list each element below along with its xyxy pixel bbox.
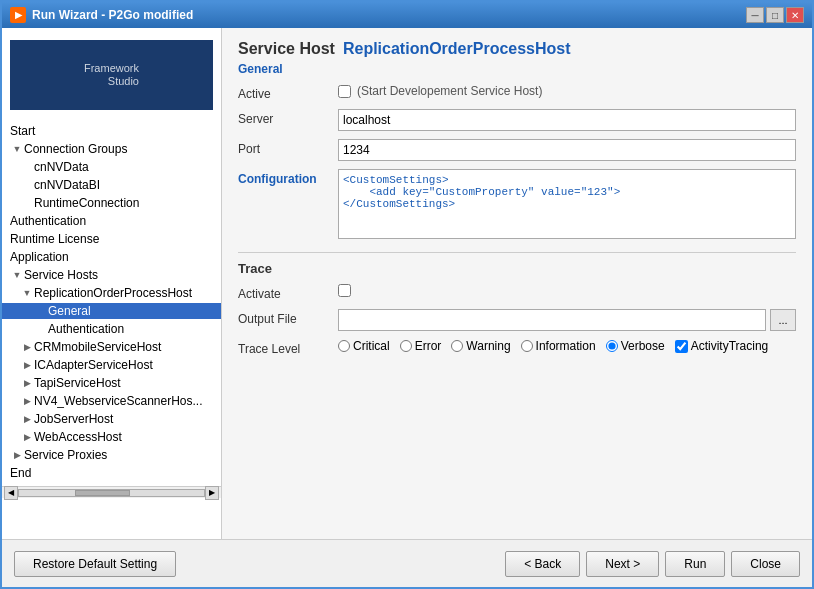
expander-service-hosts[interactable]: ▼ bbox=[10, 268, 24, 282]
expander-tapi[interactable]: ▶ bbox=[20, 376, 34, 390]
run-button[interactable]: Run bbox=[665, 551, 725, 577]
tree-item-application[interactable]: Application bbox=[2, 248, 221, 266]
activate-control bbox=[338, 284, 796, 300]
radio-verbose-input[interactable] bbox=[606, 340, 618, 352]
tree-row-service-proxies[interactable]: ▶ Service Proxies bbox=[2, 447, 221, 463]
close-button[interactable]: Close bbox=[731, 551, 800, 577]
tree-row-auth2[interactable]: Authentication bbox=[2, 321, 221, 337]
tree-label-start: Start bbox=[10, 124, 35, 138]
tree-row-runtime-license[interactable]: Runtime License bbox=[2, 231, 221, 247]
tree-item-jobserver[interactable]: ▶ JobServerHost bbox=[2, 410, 221, 428]
trace-divider bbox=[238, 252, 796, 253]
tree-row-icadapter[interactable]: ▶ ICAdapterServiceHost bbox=[2, 357, 221, 373]
active-control: (Start Developement Service Host) bbox=[338, 84, 796, 98]
tree-item-end[interactable]: End bbox=[2, 464, 221, 482]
radio-error-input[interactable] bbox=[400, 340, 412, 352]
tree-row-application[interactable]: Application bbox=[2, 249, 221, 265]
activity-tracing-checkbox[interactable] bbox=[675, 340, 688, 353]
app-icon: ▶ bbox=[10, 7, 26, 23]
tree-row-replication[interactable]: ▼ ReplicationOrderProcessHost bbox=[2, 285, 221, 301]
radio-warning-input[interactable] bbox=[451, 340, 463, 352]
scroll-track[interactable] bbox=[18, 489, 205, 497]
expander-icadapter[interactable]: ▶ bbox=[20, 358, 34, 372]
tree-row-jobserver[interactable]: ▶ JobServerHost bbox=[2, 411, 221, 427]
tree-row-webaccess[interactable]: ▶ WebAccessHost bbox=[2, 429, 221, 445]
expander-service-proxies[interactable]: ▶ bbox=[10, 448, 24, 462]
expander-connection-groups[interactable]: ▼ bbox=[10, 142, 24, 156]
active-checkbox[interactable] bbox=[338, 85, 351, 98]
server-control bbox=[338, 109, 796, 131]
tree-row-authentication[interactable]: Authentication bbox=[2, 213, 221, 229]
sidebar-scrollbar[interactable]: ◀ ▶ bbox=[2, 486, 221, 500]
tree-item-start[interactable]: Start bbox=[2, 122, 221, 140]
tree-row-general[interactable]: General bbox=[2, 303, 221, 319]
close-window-button[interactable]: ✕ bbox=[786, 7, 804, 23]
tree-row-connection-groups[interactable]: ▼ Connection Groups bbox=[2, 141, 221, 157]
active-label: Active bbox=[238, 84, 338, 101]
server-input[interactable] bbox=[338, 109, 796, 131]
tree-label-RuntimeConnection: RuntimeConnection bbox=[34, 196, 139, 210]
tree-row-cnNVDataBI[interactable]: cnNVDataBI bbox=[2, 177, 221, 193]
tree-item-webaccess[interactable]: ▶ WebAccessHost bbox=[2, 428, 221, 446]
tree-item-service-hosts[interactable]: ▼ Service Hosts bbox=[2, 266, 221, 284]
restore-default-button[interactable]: Restore Default Setting bbox=[14, 551, 176, 577]
server-row: Server bbox=[238, 109, 796, 131]
port-input[interactable] bbox=[338, 139, 796, 161]
radio-information-label: Information bbox=[536, 339, 596, 353]
scroll-right-arrow[interactable]: ▶ bbox=[205, 486, 219, 500]
output-file-control: ... bbox=[338, 309, 796, 331]
activate-checkbox[interactable] bbox=[338, 284, 351, 297]
maximize-button[interactable]: □ bbox=[766, 7, 784, 23]
logo-line1: Framework bbox=[84, 62, 139, 75]
tree-item-auth2[interactable]: Authentication bbox=[2, 320, 221, 338]
tree-item-icadapter[interactable]: ▶ ICAdapterServiceHost bbox=[2, 356, 221, 374]
scroll-left-arrow[interactable]: ◀ bbox=[4, 486, 18, 500]
main-content: Framework Studio Start ▼ bbox=[2, 28, 812, 539]
expander-nv4web[interactable]: ▶ bbox=[20, 394, 34, 408]
tree-row-end[interactable]: End bbox=[2, 465, 221, 481]
activate-row: Activate bbox=[238, 284, 796, 301]
server-label: Server bbox=[238, 109, 338, 126]
browse-button[interactable]: ... bbox=[770, 309, 796, 331]
tree-item-authentication[interactable]: Authentication bbox=[2, 212, 221, 230]
tree-row-crmobile[interactable]: ▶ CRMmobileServiceHost bbox=[2, 339, 221, 355]
section-general-label: General bbox=[238, 62, 796, 76]
expander-crmobile[interactable]: ▶ bbox=[20, 340, 34, 354]
tree-item-crmobile[interactable]: ▶ CRMmobileServiceHost bbox=[2, 338, 221, 356]
tree-row-start[interactable]: Start bbox=[2, 123, 221, 139]
tree-item-nv4web[interactable]: ▶ NV4_WebserviceScannerHos... bbox=[2, 392, 221, 410]
expander-replication[interactable]: ▼ bbox=[20, 286, 34, 300]
logo-text: Framework Studio bbox=[84, 62, 139, 88]
radio-information-input[interactable] bbox=[521, 340, 533, 352]
tree-item-general[interactable]: General bbox=[2, 302, 221, 320]
tree-item-replication[interactable]: ▼ ReplicationOrderProcessHost bbox=[2, 284, 221, 302]
tree-row-RuntimeConnection[interactable]: RuntimeConnection bbox=[2, 195, 221, 211]
expander-webaccess[interactable]: ▶ bbox=[20, 430, 34, 444]
config-textarea[interactable]: <CustomSettings> <add key="CustomPropert… bbox=[338, 169, 796, 239]
tree-item-tapi[interactable]: ▶ TapiServiceHost bbox=[2, 374, 221, 392]
tree-item-runtime-license[interactable]: Runtime License bbox=[2, 230, 221, 248]
back-button[interactable]: < Back bbox=[505, 551, 580, 577]
tree-row-nv4web[interactable]: ▶ NV4_WebserviceScannerHos... bbox=[2, 393, 221, 409]
radio-critical-input[interactable] bbox=[338, 340, 350, 352]
tree-item-cnNVData[interactable]: cnNVData bbox=[2, 158, 221, 176]
minimize-button[interactable]: ─ bbox=[746, 7, 764, 23]
tree-item-service-proxies[interactable]: ▶ Service Proxies bbox=[2, 446, 221, 464]
logo-line2: Studio bbox=[84, 75, 139, 88]
tree-row-service-hosts[interactable]: ▼ Service Hosts bbox=[2, 267, 221, 283]
tree-row-tapi[interactable]: ▶ TapiServiceHost bbox=[2, 375, 221, 391]
scroll-thumb bbox=[75, 490, 131, 496]
output-file-label: Output File bbox=[238, 309, 338, 326]
tree-item-cnNVDataBI[interactable]: cnNVDataBI bbox=[2, 176, 221, 194]
config-row: Configuration <CustomSettings> <add key=… bbox=[238, 169, 796, 242]
tree-row-cnNVData[interactable]: cnNVData bbox=[2, 159, 221, 175]
tree-item-RuntimeConnection[interactable]: RuntimeConnection bbox=[2, 194, 221, 212]
expander-jobserver[interactable]: ▶ bbox=[20, 412, 34, 426]
window-title: Run Wizard - P2Go modified bbox=[32, 8, 193, 22]
tree-item-connection-groups[interactable]: ▼ Connection Groups bbox=[2, 140, 221, 158]
tree-label-runtime-license: Runtime License bbox=[10, 232, 99, 246]
output-file-input[interactable] bbox=[338, 309, 766, 331]
footer-right: < Back Next > Run Close bbox=[505, 551, 800, 577]
next-button[interactable]: Next > bbox=[586, 551, 659, 577]
radio-warning-label: Warning bbox=[466, 339, 510, 353]
